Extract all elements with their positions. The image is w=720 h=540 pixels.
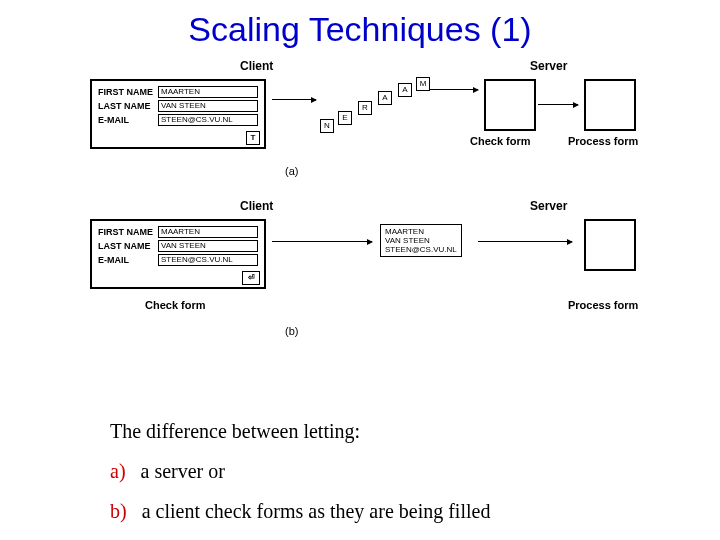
val-email-a: STEEN@CS.VU.NL <box>158 114 258 126</box>
caption-b-prefix: b) <box>110 500 127 522</box>
label-server-a: Server <box>530 59 567 73</box>
check-box-a <box>484 79 536 131</box>
letter-M: M <box>416 77 430 91</box>
sub-a: (a) <box>285 165 298 177</box>
caret-box-b: ⏎ <box>242 271 260 285</box>
caption-b-text: a client check forms as they are being f… <box>142 500 491 522</box>
label-client-a: Client <box>240 59 273 73</box>
slide-title: Scaling Techniques (1) <box>0 10 720 49</box>
label-server-b: Server <box>530 199 567 213</box>
letter-A: A <box>378 91 392 105</box>
val-last-name-b: VAN STEEN <box>158 240 258 252</box>
lbl-first-name-b: FIRST NAME <box>98 227 158 237</box>
caption-a-prefix: a) <box>110 460 126 482</box>
val-email-b: STEEN@CS.VU.NL <box>158 254 258 266</box>
packet-line2: VAN STEEN <box>385 236 457 245</box>
lbl-last-name-a: LAST NAME <box>98 101 158 111</box>
lbl-process-form-b: Process form <box>568 299 638 311</box>
diagram: Client Server FIRST NAME MAARTEN LAST NA… <box>90 59 680 399</box>
caption-a-text: a server or <box>141 460 225 482</box>
label-client-b: Client <box>240 199 273 213</box>
lbl-first-name-a: FIRST NAME <box>98 87 158 97</box>
letter-R: R <box>358 101 372 115</box>
caret-box-a: T <box>246 131 260 145</box>
arrow-a-check-to-process <box>538 104 578 105</box>
letter-N: N <box>320 119 334 133</box>
lbl-process-form-a: Process form <box>568 135 638 147</box>
val-last-name-a: VAN STEEN <box>158 100 258 112</box>
arrow-a-to-check <box>430 89 478 90</box>
arrow-b-to-process <box>478 241 572 242</box>
lbl-check-form-b: Check form <box>145 299 206 311</box>
letter-A2: A <box>398 83 412 97</box>
lbl-email-b: E-MAIL <box>98 255 158 265</box>
process-box-a <box>584 79 636 131</box>
packet-line3: STEEN@CS.VU.NL <box>385 245 457 254</box>
packet-line1: MAARTEN <box>385 227 457 236</box>
arrow-a-out <box>272 99 316 100</box>
lbl-check-form-a: Check form <box>470 135 531 147</box>
packet-b: MAARTEN VAN STEEN STEEN@CS.VU.NL <box>380 224 462 257</box>
val-first-name-a: MAARTEN <box>158 86 258 98</box>
val-first-name-b: MAARTEN <box>158 226 258 238</box>
form-box-b: FIRST NAME MAARTEN LAST NAME VAN STEEN E… <box>90 219 266 289</box>
caption-intro: The difference between letting: <box>110 420 360 443</box>
form-box-a: FIRST NAME MAARTEN LAST NAME VAN STEEN E… <box>90 79 266 149</box>
process-box-b <box>584 219 636 271</box>
lbl-email-a: E-MAIL <box>98 115 158 125</box>
arrow-b-out <box>272 241 372 242</box>
lbl-last-name-b: LAST NAME <box>98 241 158 251</box>
sub-b: (b) <box>285 325 298 337</box>
letter-E: E <box>338 111 352 125</box>
